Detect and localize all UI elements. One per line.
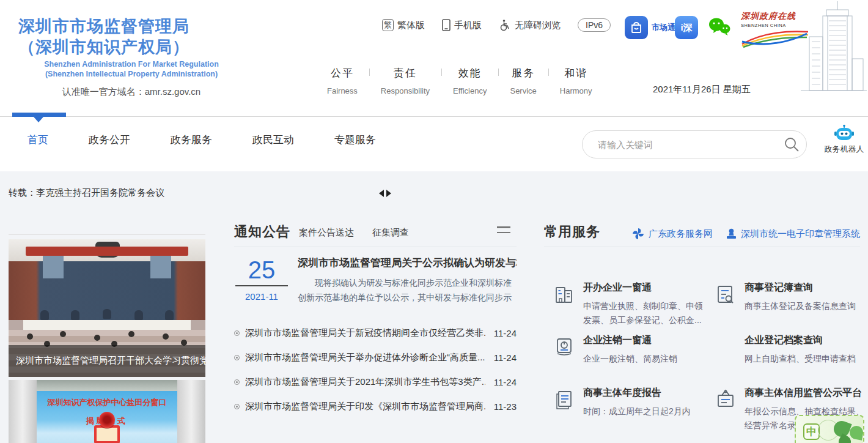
bullet-icon [234,330,240,336]
featured-day: 25 [235,257,288,283]
nav-item-home[interactable]: 首页 [28,133,48,147]
service-annual-report[interactable]: 商事主体年度报告 时间：成立周年之日起2月内 [553,387,707,419]
red-banner [26,247,188,256]
audience-head [27,333,33,340]
carousel-slide-2[interactable]: 深圳知识产权保护中心盐田分窗口 揭牌仪式 [9,380,205,443]
pillar-right [177,380,205,443]
tab-surveys[interactable]: 征集调查 [372,227,409,239]
carousel-slide-1[interactable]: 深圳市市场监督管理局召开干部大会学习贯彻党的十... [9,239,205,377]
site-logo[interactable]: 深圳市市场监督管理局 （深圳市知识产权局） Shenzhen Administr… [18,16,263,98]
featured-date-block: 25 2021-11 [235,257,288,302]
audience-head [60,331,66,337]
nav-item-interaction[interactable]: 政民互动 [252,133,294,147]
services-header: 常用服务 广东政务服务网 [544,222,860,247]
notice-item[interactable]: 深圳市市场监督管理局关于举办促进体外诊断企业“高质量... 11-24 [234,345,517,370]
value-efficiency: 效能 Efficiency [441,66,498,95]
red-flower [99,412,115,428]
seal-icon [726,228,737,240]
notice-item-title: 深圳市市场监督管理局关于举办促进体外诊断企业“高质量... [245,352,485,363]
wheelchair-icon [499,19,511,31]
side-screen [43,254,64,278]
e-seal-system-label: 深圳市统一电子印章管理系统 [741,228,860,240]
civilization-widget[interactable]: 中 [795,415,864,443]
traditional-version-link[interactable]: 繁 繁体版 [382,19,425,31]
photo-carousel: 深圳市市场监督管理局召开干部大会学习贯彻党的十... 深圳知识产权保护中心盐田分… [9,234,205,443]
ishenzhen-app-link[interactable]: i深 [675,16,698,39]
value-zh: 责任 [381,66,430,80]
mobile-version-link[interactable]: 手机版 [442,19,482,31]
service-desc: 时间：成立周年之日起2月内 [583,404,707,419]
main-nav: 首页 政务公开 政务服务 政民互动 专题服务 [0,116,868,171]
ishenzhen-app-icon: i深 [675,16,698,39]
gd-gov-service-link[interactable]: 广东政务服务网 [632,228,713,240]
mobile-icon [442,19,451,31]
ticker-next-icon[interactable] [386,190,391,197]
service-archive-search[interactable]: 企业登记档案查询 网上自助查档、受理申请查档 [714,334,868,366]
featured-month: 2021-11 [235,291,288,302]
report-doc-icon [553,388,576,411]
nav-item-gov-services[interactable]: 政务服务 [171,133,212,147]
featured-notice[interactable]: 25 2021-11 深圳市市场监督管理局关于公示拟确认为研发与标... 现将拟… [234,256,517,310]
gov-robot-label: 政务机器人 [824,144,864,155]
audience-head [163,333,169,340]
value-zh: 服务 [510,66,536,80]
value-fairness: 公平 Fairness [315,66,369,95]
service-title: 企业注销一窗通 [583,334,707,347]
featured-title[interactable]: 深圳市市场监督管理局关于公示拟确认为研发与标... [298,256,517,270]
search-button[interactable] [777,130,806,158]
nav-item-gov-info[interactable]: 政务公开 [89,133,130,147]
notice-item-title: 深圳市市场监督管理局关于新冠疫情期间全市仅经营乙类非... [245,327,485,339]
building-sketch [800,0,868,97]
site-title-en-1: Shenzhen Administration For Market Regul… [18,59,245,69]
value-en: Service [510,86,536,95]
robot-icon [834,124,855,143]
notice-item[interactable]: 深圳市市场监督管理局关于2021年深圳市学生书包等3类产... 11-24 [234,370,517,394]
traditional-icon: 繁 [382,19,394,31]
gov-robot-button[interactable]: 政务机器人 [824,124,864,155]
accessibility-link[interactable]: 无障碍浏览 [499,19,561,31]
value-en: Efficiency [453,86,487,95]
nav-item-special[interactable]: 专题服务 [334,133,376,147]
service-open-business[interactable]: 开办企业一窗通 申请营业执照、刻制印章、申领发票、员工参保登记、公积金... [553,281,707,327]
building-doc-icon [553,283,576,306]
notice-item[interactable]: 深圳市市场监督管理局关于新冠疫情期间全市仅经营乙类非... 11-24 [234,321,517,345]
doc-search-icon [714,283,737,306]
e-seal-system-link[interactable]: 深圳市统一电子印章管理系统 [726,228,860,240]
site-title-en-2: (Shenzhen Intellectual Property Administ… [18,69,245,79]
value-zh: 效能 [453,66,487,80]
ticker-prev-icon[interactable] [379,190,384,197]
value-en: Fairness [327,86,358,95]
notice-item-title: 深圳市市场监督管理局关于印发《深圳市市场监督管理局商... [245,401,485,412]
ipv6-badge[interactable]: IPv6 [578,18,611,32]
plaque [94,425,120,443]
search-input[interactable] [598,140,777,150]
featured-body: 深圳市市场监督管理局关于公示拟确认为研发与标... 现将拟确认为研发与标准化同步… [298,256,517,305]
notices-title: 通知公告 [234,223,290,241]
side-screen [150,254,171,278]
value-zh: 公平 [327,66,358,80]
service-title: 开办企业一窗通 [583,281,707,294]
service-title: 商事主体信用监管公示平台 [745,387,868,400]
notices-header: 通知公告 案件公告送达 征集调查 [234,222,517,247]
wechat-link[interactable] [708,17,731,37]
news-ticker[interactable]: 转载：李克强主持召开国务院常务会议 [9,187,164,199]
service-deregistration[interactable]: 企业注销一窗通 企业一般注销、简易注销 [553,334,707,366]
core-values: 公平 Fairness 责任 Responsibility 效能 Efficie… [315,66,604,95]
featured-summary: 现将拟确认为研发与标准化同步示范企业和深圳标准创新示范基地的单位予以公示，其中研… [298,275,517,305]
tab-case-announcements[interactable]: 案件公告送达 [299,227,354,239]
more-icon[interactable] [497,226,510,237]
services-section: 常用服务 广东政务服务网 [544,222,860,256]
notice-list: 深圳市市场监督管理局关于新冠疫情期间全市仅经营乙类非... 11-24 深圳市市… [234,321,517,419]
clover-leaf [848,425,864,440]
market-app-link[interactable]: 市场通 [625,16,675,39]
gd-gov-service-label: 广东政务服务网 [649,228,713,240]
service-title: 商事主体年度报告 [583,387,707,400]
slide2-title: 深圳知识产权保护中心盐田分窗口 [9,397,205,408]
service-registry-search[interactable]: 商事登记簿查询 商事主体登记及备案信息查询 [714,281,868,313]
notice-item[interactable]: 深圳市市场监督管理局关于印发《深圳市市场监督管理局商... 11-23 [234,394,517,419]
utility-links: 繁 繁体版 手机版 无障碍浏览 [382,18,611,32]
site-title-zh-2: （深圳市知识产权局） [18,37,263,58]
official-figure [40,310,49,320]
official-figure [71,310,79,320]
slide-caption[interactable]: 深圳市市场监督管理局召开干部大会学习贯彻党的十... [9,345,205,377]
